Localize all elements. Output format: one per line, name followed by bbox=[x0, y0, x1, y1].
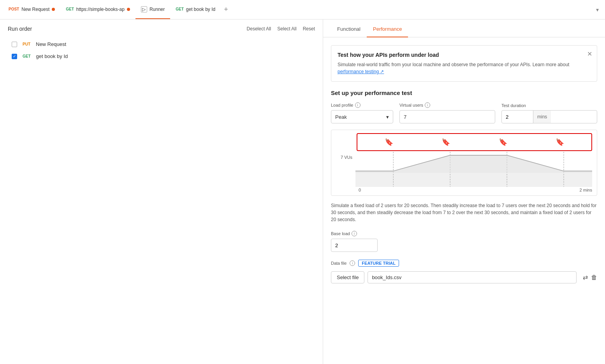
data-file-info-icon[interactable]: i bbox=[350, 260, 355, 266]
svg-marker-5 bbox=[355, 155, 592, 173]
base-load-group: Base load i bbox=[331, 231, 597, 252]
request-list: PUT New Request GET get book by Id bbox=[12, 40, 315, 61]
chart-bookmark-2: 🔖 bbox=[441, 138, 450, 146]
load-profile-value: Peak bbox=[335, 114, 347, 120]
tab-get-book-by-id[interactable]: GET get book by Id bbox=[170, 0, 221, 19]
chart-highlight-box: 🔖 🔖 🔖 🔖 bbox=[357, 133, 592, 151]
tab-label-runner: Runner bbox=[149, 7, 165, 12]
data-file-label: Data file bbox=[331, 261, 346, 266]
tab-overflow-chevron[interactable]: ▾ bbox=[593, 7, 602, 13]
method-badge-get: GET bbox=[21, 54, 32, 59]
chart-description: Simulate a fixed load of 2 users for 20 … bbox=[331, 202, 597, 223]
checkbox-put[interactable] bbox=[12, 42, 17, 47]
virtual-users-label: Virtual users i bbox=[399, 102, 495, 108]
info-box-title: Test how your APIs perform under load bbox=[338, 52, 591, 58]
test-duration-label: Test duration bbox=[501, 103, 597, 108]
main-layout: Run order Deselect All Select All Reset … bbox=[0, 19, 605, 364]
method-badge-put: PUT bbox=[21, 42, 32, 47]
tab-label-get1: https://simple-books-ap bbox=[76, 7, 125, 12]
file-name-display: book_Ids.csv bbox=[368, 271, 577, 283]
request-name-get: get book by Id bbox=[36, 53, 68, 59]
request-item-get: GET get book by Id bbox=[12, 52, 315, 61]
run-order-header: Run order Deselect All Select All Reset bbox=[8, 26, 315, 32]
panel-tab-functional[interactable]: Functional bbox=[331, 26, 367, 37]
test-duration-wrapper: mins bbox=[501, 110, 597, 123]
panel-tab-performance[interactable]: Performance bbox=[367, 26, 408, 37]
chart-container: 🔖 🔖 🔖 🔖 7 VUs bbox=[331, 130, 597, 196]
info-box: ✕ Test how your APIs perform under load … bbox=[331, 45, 597, 82]
virtual-users-group: Virtual users i bbox=[399, 102, 495, 123]
chart-body: 7 VUs bbox=[336, 152, 592, 187]
tab-runner[interactable]: ▷ Runner bbox=[135, 0, 170, 19]
runner-icon: ▷ bbox=[141, 6, 147, 12]
reset-button[interactable]: Reset bbox=[303, 26, 315, 32]
file-settings-button[interactable]: ⇄ bbox=[583, 274, 588, 281]
info-box-description: Simulate real-world traffic from your lo… bbox=[338, 61, 591, 75]
load-profile-group: Load profile i Peak ▾ bbox=[331, 102, 393, 123]
base-load-label: Base load i bbox=[331, 231, 597, 236]
virtual-users-input[interactable] bbox=[399, 110, 495, 123]
tab-get-simple-books[interactable]: GET https://simple-books-ap bbox=[60, 0, 135, 19]
test-duration-input[interactable] bbox=[502, 112, 533, 122]
file-actions: ⇄ 🗑 bbox=[583, 274, 597, 281]
chart-area bbox=[355, 152, 592, 187]
select-file-button[interactable]: Select file bbox=[331, 271, 364, 283]
load-profile-label: Load profile i bbox=[331, 102, 393, 108]
panel-tabs-row: Functional Performance bbox=[323, 19, 605, 37]
chart-bookmark-4: 🔖 bbox=[556, 138, 564, 146]
method-badge-get2: GET bbox=[176, 7, 184, 11]
test-duration-group: Test duration mins bbox=[501, 103, 597, 123]
add-tab-button[interactable]: + bbox=[221, 5, 231, 14]
load-profile-info-icon[interactable]: i bbox=[355, 102, 361, 108]
select-all-button[interactable]: Select All bbox=[277, 26, 296, 32]
chart-x-labels: 0 2 mins bbox=[336, 188, 592, 192]
run-order-actions: Deselect All Select All Reset bbox=[247, 26, 315, 32]
info-box-close-button[interactable]: ✕ bbox=[587, 50, 592, 58]
tab-post-new-request[interactable]: POST New Request bbox=[3, 0, 60, 19]
base-load-input[interactable] bbox=[331, 239, 378, 252]
checkbox-get[interactable] bbox=[12, 54, 17, 59]
method-badge-get1: GET bbox=[66, 7, 74, 11]
virtual-users-info-icon[interactable]: i bbox=[425, 102, 430, 108]
request-item-put: PUT New Request bbox=[12, 40, 315, 49]
tab-dot-get1 bbox=[127, 8, 130, 11]
left-panel: Run order Deselect All Select All Reset … bbox=[0, 19, 323, 364]
run-order-title: Run order bbox=[8, 26, 32, 32]
file-row: Select file book_Ids.csv ⇄ 🗑 bbox=[331, 271, 597, 283]
chart-bookmark-3: 🔖 bbox=[499, 138, 507, 146]
data-file-label-row: Data file i FEATURE TRIAL bbox=[331, 260, 597, 267]
fields-row: Load profile i Peak ▾ Virtual users i bbox=[331, 102, 597, 123]
request-name-put: New Request bbox=[36, 41, 66, 47]
load-profile-chevron: ▾ bbox=[386, 114, 389, 120]
tab-bar: POST New Request GET https://simple-book… bbox=[0, 0, 605, 19]
tab-label-post: New Request bbox=[21, 7, 49, 12]
svg-rect-0 bbox=[355, 173, 592, 187]
feature-trial-badge: FEATURE TRIAL bbox=[358, 260, 399, 267]
chart-y-label: 7 VUs bbox=[336, 152, 355, 160]
file-delete-button[interactable]: 🗑 bbox=[591, 274, 597, 281]
tab-label-get2: get book by Id bbox=[186, 7, 215, 12]
panel-content: ✕ Test how your APIs perform under load … bbox=[323, 37, 605, 291]
tab-dot-post bbox=[52, 8, 55, 11]
duration-unit: mins bbox=[533, 111, 551, 123]
base-load-info-icon[interactable]: i bbox=[352, 231, 357, 236]
chart-bookmark-1: 🔖 bbox=[385, 138, 393, 146]
deselect-all-button[interactable]: Deselect All bbox=[247, 26, 271, 32]
setup-section-title: Set up your performance test bbox=[331, 90, 597, 96]
right-panel: Functional Performance ✕ Test how your A… bbox=[323, 19, 605, 364]
method-badge-post: POST bbox=[9, 7, 19, 11]
data-file-section: Data file i FEATURE TRIAL Select file bo… bbox=[331, 260, 597, 283]
performance-testing-link[interactable]: performance testing ↗ bbox=[338, 69, 384, 74]
load-profile-select[interactable]: Peak ▾ bbox=[331, 110, 393, 123]
chart-svg bbox=[355, 152, 592, 187]
chart-x-end: 2 mins bbox=[580, 188, 592, 192]
chart-x-start: 0 bbox=[359, 188, 361, 192]
